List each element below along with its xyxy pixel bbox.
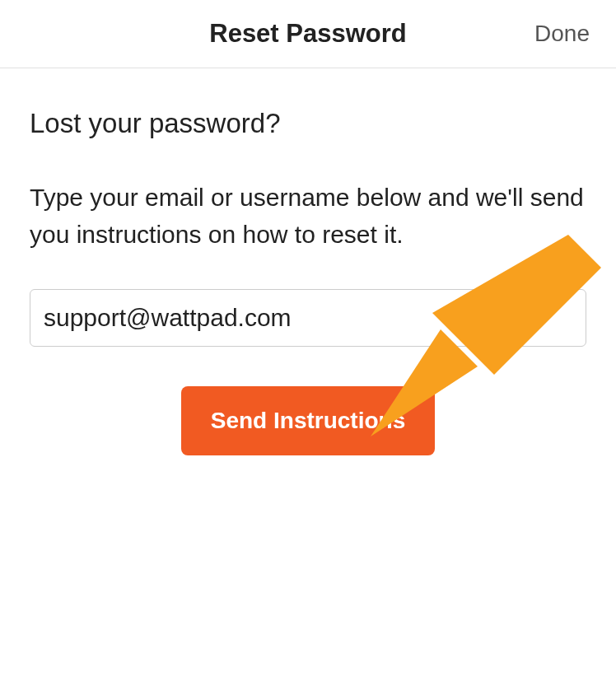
instructions-text: Type your email or username below and we… [30, 179, 586, 253]
content-area: Lost your password? Type your email or u… [0, 68, 616, 455]
page-title: Reset Password [209, 19, 407, 49]
button-container: Send Instructions [30, 386, 586, 455]
lost-password-heading: Lost your password? [30, 108, 586, 139]
header-bar: Reset Password Done [0, 0, 616, 68]
send-instructions-button[interactable]: Send Instructions [181, 386, 435, 455]
email-field[interactable] [30, 289, 586, 347]
done-button[interactable]: Done [534, 21, 590, 47]
